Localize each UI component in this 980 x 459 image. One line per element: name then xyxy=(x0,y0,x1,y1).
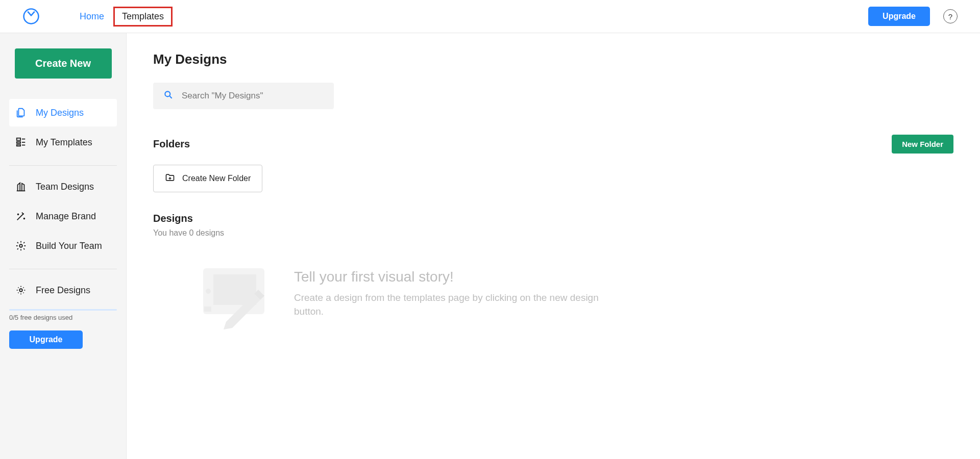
create-new-folder-label: Create New Folder xyxy=(182,174,251,183)
svg-rect-26 xyxy=(204,307,211,312)
sidebar-divider xyxy=(9,269,117,269)
svg-point-8 xyxy=(24,218,25,219)
search-box[interactable] xyxy=(153,83,334,109)
svg-line-15 xyxy=(18,288,19,288)
gear-icon xyxy=(15,240,27,251)
sidebar-item-team-designs[interactable]: Team Designs xyxy=(9,173,117,200)
header-upgrade-button[interactable]: Upgrade xyxy=(868,7,930,26)
page-title: My Designs xyxy=(153,52,953,67)
create-new-folder-card[interactable]: Create New Folder xyxy=(153,165,262,192)
sidebar-upgrade-button[interactable]: Upgrade xyxy=(9,330,83,349)
svg-rect-1 xyxy=(17,138,20,141)
sidebar-item-label: Free Designs xyxy=(36,285,90,296)
sidebar-item-build-team[interactable]: Build Your Team xyxy=(9,232,117,260)
free-designs-progress xyxy=(9,309,117,311)
folders-heading: Folders xyxy=(153,138,190,150)
svg-point-10 xyxy=(19,289,22,292)
sidebar-item-free-designs[interactable]: Free Designs xyxy=(9,276,117,304)
clock-logo-icon xyxy=(22,8,40,25)
empty-heading: Tell your first visual story! xyxy=(294,269,600,285)
svg-rect-3 xyxy=(17,145,20,146)
create-new-button[interactable]: Create New xyxy=(15,48,112,79)
svg-point-0 xyxy=(24,9,39,24)
help-button[interactable]: ? xyxy=(943,9,958,23)
svg-point-25 xyxy=(206,289,211,294)
sidebar-item-label: Build Your Team xyxy=(36,241,102,251)
designs-heading: Designs xyxy=(153,213,953,224)
tablet-pencil-icon xyxy=(198,258,270,329)
sidebar-item-my-designs[interactable]: My Designs xyxy=(9,99,117,126)
free-designs-used-text: 0/5 free designs used xyxy=(9,314,117,321)
empty-state: Tell your first visual story! Create a d… xyxy=(198,258,953,329)
wand-icon xyxy=(15,211,27,222)
documents-icon xyxy=(15,107,27,118)
empty-illustration xyxy=(198,258,270,329)
empty-body: Create a design from the templates page … xyxy=(294,291,600,318)
sidebar-item-label: Team Designs xyxy=(36,182,94,192)
svg-rect-2 xyxy=(17,142,20,143)
svg-line-17 xyxy=(18,293,19,293)
svg-line-18 xyxy=(23,288,24,288)
building-icon xyxy=(15,181,27,192)
sidebar-item-label: My Templates xyxy=(36,137,92,148)
templates-icon xyxy=(15,137,27,148)
sidebar-item-my-templates[interactable]: My Templates xyxy=(9,129,117,156)
svg-point-9 xyxy=(19,244,22,247)
sidebar-item-label: Manage Brand xyxy=(36,211,96,222)
nav-home[interactable]: Home xyxy=(70,7,113,26)
svg-line-20 xyxy=(170,96,172,98)
svg-point-7 xyxy=(18,214,19,215)
sun-icon xyxy=(15,285,27,296)
sidebar-item-manage-brand[interactable]: Manage Brand xyxy=(9,202,117,230)
folder-plus-icon xyxy=(165,172,175,185)
new-folder-button[interactable]: New Folder xyxy=(892,135,953,154)
search-input[interactable] xyxy=(182,91,324,101)
sidebar-divider xyxy=(9,165,117,166)
app-logo[interactable] xyxy=(22,8,40,25)
svg-point-19 xyxy=(165,91,170,96)
search-icon xyxy=(163,90,174,102)
main-content: My Designs Folders New Folder xyxy=(127,33,980,459)
main-header: Home Templates Upgrade ? xyxy=(0,0,980,33)
svg-line-16 xyxy=(23,293,24,293)
sidebar-item-label: My Designs xyxy=(36,108,84,118)
top-nav: Home Templates xyxy=(70,7,173,27)
sidebar: Create New My Designs xyxy=(0,33,127,459)
designs-count-text: You have 0 designs xyxy=(153,228,953,238)
nav-templates[interactable]: Templates xyxy=(113,7,173,27)
